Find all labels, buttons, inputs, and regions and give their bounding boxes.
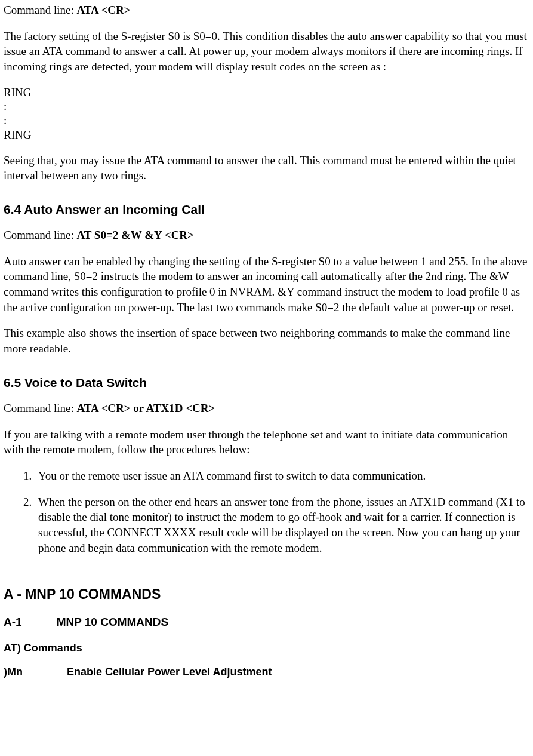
ring-line: RING (4, 85, 529, 100)
command-line-65: Command line: ATA <CR> or ATX1D <CR> (4, 401, 529, 416)
heading-a1: A-1MNP 10 COMMANDS (4, 614, 529, 630)
para-63-1: The factory setting of the S-register S0… (4, 29, 529, 75)
heading-prefix: )Mn (4, 666, 23, 678)
list-item: When the person on the other end hears a… (35, 494, 529, 556)
para-65-1: If you are talking with a remote modem u… (4, 427, 529, 457)
command-line-value: AT S0=2 &W &Y <CR> (76, 229, 193, 241)
ring-line: RING (4, 128, 529, 142)
command-line-value: ATA <CR> or ATX1D <CR> (76, 402, 215, 414)
command-line-63: Command line: ATA <CR> (4, 2, 529, 18)
para-64-2: This example also shows the insertion of… (4, 325, 529, 356)
colon-line: : (4, 113, 529, 128)
heading-65: 6.5 Voice to Data Switch (4, 374, 529, 391)
heading-text: Enable Cellular Power Level Adjustment (67, 666, 272, 678)
command-line-label: Command line: (4, 229, 76, 241)
heading-appendix-a: A - MNP 10 COMMANDS (4, 585, 529, 604)
list-item: You or the remote user issue an ATA comm… (35, 468, 529, 484)
colon-line: : (4, 99, 529, 113)
heading-64: 6.4 Auto Answer an Incoming Call (4, 201, 529, 218)
command-line-label: Command line: (4, 402, 76, 414)
para-64-1: Auto answer can be enabled by changing t… (4, 254, 529, 315)
command-line-64: Command line: AT S0=2 &W &Y <CR> (4, 228, 529, 243)
procedure-list: You or the remote user issue an ATA comm… (4, 468, 529, 555)
para-63-2: Seeing that, you may issue the ATA comma… (4, 153, 529, 183)
heading-text: MNP 10 COMMANDS (57, 616, 169, 628)
heading-at-commands: AT) Commands (4, 641, 529, 655)
heading-mn: )MnEnable Cellular Power Level Adjustmen… (4, 665, 529, 679)
command-line-value: ATA <CR> (76, 4, 130, 16)
heading-prefix: A-1 (4, 616, 22, 628)
command-line-label: Command line: (4, 4, 76, 16)
ring-output-block: RING : : RING (4, 85, 529, 142)
